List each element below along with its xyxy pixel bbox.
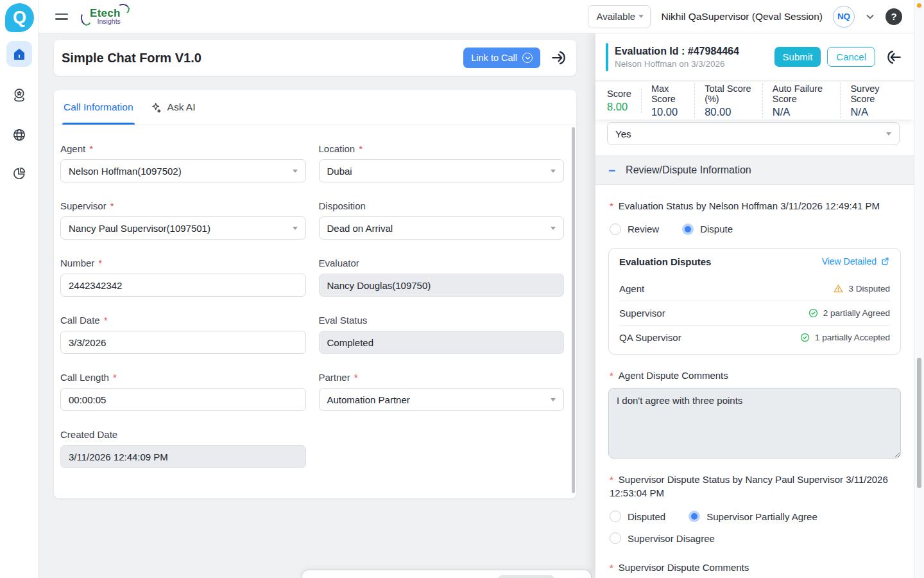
help-button[interactable]: ? bbox=[886, 8, 902, 25]
check-circle-icon bbox=[800, 332, 810, 343]
form-scrollbar[interactable] bbox=[572, 127, 575, 493]
view-detailed-link[interactable]: View Detailed bbox=[822, 256, 890, 267]
supervisor-status-options-row1: Disputed Supervisor Partially Agree bbox=[610, 511, 900, 522]
chevron-down-icon bbox=[551, 227, 556, 230]
section-review-dispute[interactable]: − Review/Dispute Information bbox=[595, 155, 914, 185]
evaluation-status-options: Review Dispute bbox=[610, 223, 900, 235]
field-location: Location* Dubai bbox=[319, 143, 565, 182]
agent-select[interactable]: Nelson Hoffman(1097502) bbox=[60, 159, 306, 182]
radio-supervisor-partially-agree[interactable] bbox=[689, 511, 700, 522]
chevron-down-icon bbox=[551, 170, 556, 173]
field-disposition: Disposition Dead on Arrival bbox=[319, 200, 565, 240]
warning-icon bbox=[833, 283, 844, 294]
tab-ask-ai-label: Ask AI bbox=[167, 101, 196, 113]
radio-supervisor-disagree-label[interactable]: Supervisor Disagree bbox=[628, 533, 715, 544]
user-avatar[interactable]: NQ bbox=[833, 6, 855, 28]
field-label: Agent* bbox=[60, 143, 306, 154]
radio-dispute[interactable] bbox=[682, 223, 694, 235]
radio-disputed[interactable] bbox=[610, 511, 621, 522]
score-item: Max Score10.00 bbox=[642, 83, 695, 118]
supervisor-select[interactable]: Nancy Paul Supervisor(1097501) bbox=[60, 216, 306, 240]
eval-status-input: Completed bbox=[319, 331, 565, 354]
question-icon: ? bbox=[891, 11, 896, 22]
home-icon bbox=[12, 46, 27, 62]
evaluation-status-label: *Evaluation Status by Nelson Hoffman 3/1… bbox=[610, 199, 900, 213]
call-information-card: Call Information Ask AI Agent* Nelson Ho… bbox=[54, 90, 576, 498]
call-date-input[interactable]: 3/3/2026 bbox=[60, 331, 306, 354]
field-label: Partner* bbox=[319, 372, 565, 383]
call-length-input[interactable]: 00:00:05 bbox=[60, 388, 306, 411]
form-tabs: Call Information Ask AI bbox=[54, 90, 576, 125]
sidebar-item-agents[interactable] bbox=[6, 82, 32, 108]
evaluation-disputes-card: Evaluation Disputes View Detailed Agent … bbox=[608, 248, 901, 355]
number-input[interactable]: 2442342342 bbox=[60, 274, 306, 297]
disposition-select[interactable]: Dead on Arrival bbox=[319, 216, 565, 240]
collapse-panel-button[interactable] bbox=[886, 48, 903, 66]
bottom-sheet-handle[interactable] bbox=[498, 575, 554, 578]
required-asterisk: * bbox=[110, 200, 114, 211]
required-asterisk: * bbox=[98, 258, 102, 268]
agent-dispute-comments-textarea[interactable]: I don't agree with three points bbox=[608, 388, 901, 459]
evaluation-subtitle: Nelson Hoffman on 3/3/2026 bbox=[615, 59, 739, 69]
left-sidebar: Q bbox=[0, 0, 38, 578]
top-bar: Etech Insights Available Nikhil QaSuperv… bbox=[38, 0, 914, 33]
partner-select[interactable]: Automation Partner bbox=[319, 388, 565, 411]
field-label: Disposition bbox=[319, 200, 565, 211]
field-supervisor: Supervisor* Nancy Paul Supervisor(109750… bbox=[60, 200, 306, 240]
avatar-initials: NQ bbox=[837, 12, 850, 21]
collapse-minus-icon: − bbox=[608, 164, 615, 177]
field-eval-status: Eval Status Completed bbox=[319, 315, 565, 354]
cancel-button[interactable]: Cancel bbox=[827, 47, 875, 67]
menu-toggle-icon[interactable] bbox=[55, 13, 68, 20]
required-asterisk: * bbox=[610, 562, 613, 573]
radio-dispute-label[interactable]: Dispute bbox=[700, 223, 733, 234]
supervisor-status-options-row2: Supervisor Disagree bbox=[610, 532, 900, 544]
field-label: Eval Status bbox=[319, 315, 565, 326]
supervisor-dispute-status-label: *Supervisor Dispute Status by Nancy Paul… bbox=[610, 473, 900, 501]
chevron-down-icon bbox=[293, 227, 298, 230]
chevron-down-icon bbox=[551, 398, 556, 401]
location-select[interactable]: Dubai bbox=[319, 159, 565, 182]
sidebar-item-global[interactable] bbox=[6, 122, 32, 148]
pie-chart-icon bbox=[12, 166, 27, 181]
radio-disputed-label[interactable]: Disputed bbox=[628, 511, 665, 522]
radio-review[interactable] bbox=[610, 223, 621, 235]
tab-call-information[interactable]: Call Information bbox=[62, 90, 135, 125]
arrow-left-collapse-icon bbox=[886, 48, 903, 66]
radio-supervisor-disagree[interactable] bbox=[610, 532, 621, 544]
agent-badge-icon bbox=[12, 87, 27, 103]
page-scrollbar-track[interactable] bbox=[914, 0, 924, 578]
etech-insights-logo[interactable]: Etech Insights bbox=[85, 6, 127, 26]
field-number: Number* 2442342342 bbox=[60, 258, 306, 297]
field-label: Call Date* bbox=[60, 315, 306, 326]
score-item: Total Score (%)80.00 bbox=[695, 83, 763, 118]
radio-supervisor-partially-agree-label[interactable]: Supervisor Partially Agree bbox=[706, 511, 817, 522]
sidebar-item-home[interactable] bbox=[6, 41, 32, 67]
tab-ask-ai[interactable]: Ask AI bbox=[149, 90, 197, 125]
call-information-form: Agent* Nelson Hoffman(1097502) Location*… bbox=[54, 125, 576, 468]
scroll-marker-dot bbox=[917, 3, 921, 8]
page-title: Simple Chat Form V1.0 bbox=[62, 51, 201, 66]
main-content: Simple Chat Form V1.0 Link to Call Call … bbox=[38, 33, 595, 578]
created-date-input: 3/11/2026 12:44:09 PM bbox=[60, 445, 306, 468]
supervisor-dispute-comments-label: *Supervisor Dispute Comments bbox=[610, 561, 900, 575]
question-answer-select[interactable]: Yes bbox=[607, 122, 900, 145]
field-label: Created Date bbox=[60, 429, 306, 440]
link-to-call-button[interactable]: Link to Call bbox=[463, 48, 540, 68]
dispute-row-agent: Agent 3 Disputed bbox=[619, 277, 890, 301]
qeval-logo[interactable]: Q bbox=[5, 3, 34, 32]
required-asterisk: * bbox=[104, 315, 108, 326]
field-label: Number* bbox=[60, 258, 306, 268]
score-item: Survey ScoreN/A bbox=[841, 83, 902, 118]
radio-review-label[interactable]: Review bbox=[628, 223, 659, 234]
required-asterisk: * bbox=[113, 372, 117, 383]
user-menu-chevron[interactable] bbox=[865, 12, 875, 22]
required-asterisk: * bbox=[359, 143, 363, 154]
page-scrollbar-thumb[interactable] bbox=[917, 358, 921, 488]
required-asterisk: * bbox=[610, 200, 613, 211]
open-drawer-button[interactable] bbox=[549, 49, 567, 67]
submit-button[interactable]: Submit bbox=[774, 47, 821, 67]
score-summary: Score8.00 Max Score10.00 Total Score (%)… bbox=[595, 81, 914, 119]
availability-select[interactable]: Available bbox=[588, 5, 651, 28]
sidebar-item-reports[interactable] bbox=[6, 161, 32, 186]
